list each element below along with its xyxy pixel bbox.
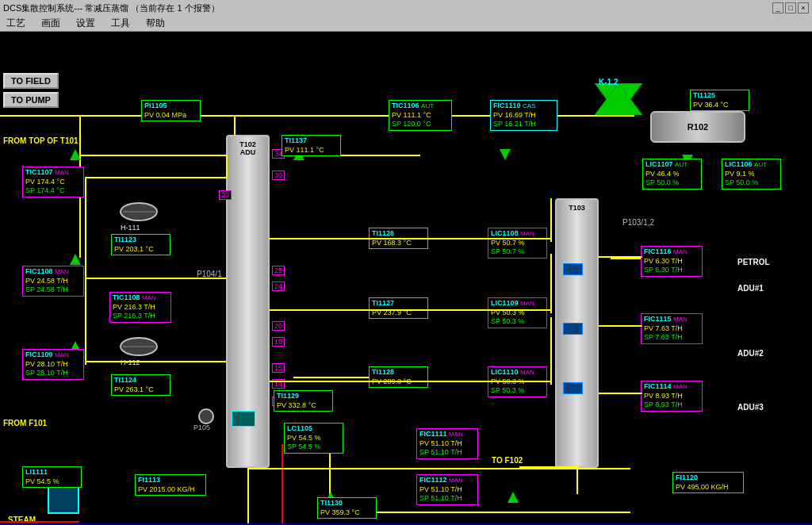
pipe-col-2 (270, 309, 551, 311)
fic1108-sp: SP 24.58 T/H (25, 285, 81, 295)
t102-vessel: T102ADU (226, 135, 270, 468)
process-canvas: TO FIELD TO PUMP FROM TOP OF T101 FROM F… (0, 32, 812, 523)
fic1111-sp: SP 51.10 T/H (419, 448, 475, 458)
pipe-mid-h4 (293, 377, 373, 378)
lic1109-id: LIC1109 (491, 299, 519, 307)
h112-label: H-112 (121, 358, 140, 366)
pipe-connect-6 (85, 278, 86, 365)
fic1108-instrument[interactable]: FIC1108 MAN PV 24.58 T/H SP 24.58 T/H (22, 266, 84, 297)
lic1107-pv: PV 46.4 % (645, 170, 699, 179)
svg-marker-8 (500, 149, 511, 160)
ti1125-instrument[interactable]: TI1125 PV 36.4 °C (690, 90, 749, 111)
tic1108-instrument[interactable]: TIC1108 MAN PV 216.3 T/H SP 216.3 T/H (109, 292, 171, 323)
lc1105-instrument[interactable]: LC1105 PV 54.5 % SP 54.5 % (284, 423, 343, 454)
li1111-pv: PV 54.5 % (25, 477, 79, 487)
fi1120-instrument[interactable]: FI1120 PV 495.00 KG/H (672, 472, 744, 493)
menu-settings[interactable]: 设置 (73, 17, 98, 30)
lic1106-pv: PV 9.1 % (725, 170, 778, 179)
lic1106-id: LIC1106 (725, 160, 753, 168)
fic1110-id: FIC1110 (493, 102, 521, 109)
pi1105-instrument[interactable]: PI1105 PV 0.04 MPa (141, 100, 201, 121)
ti1125-id: TI1125 (693, 91, 746, 101)
fic1111-instrument[interactable]: FIC1111 MAN PV 51.10 T/H SP 51.10 T/H (416, 428, 478, 459)
li1111-instrument[interactable]: LI1111 PV 54.5 % (22, 466, 82, 488)
ti1123-instrument[interactable]: TI1123 PV 203.1 °C (111, 234, 170, 255)
lic1108-sp: SP 50.7 % (491, 247, 544, 257)
window-title: DCS集散控制系统--- 常减压蒸馏 （当前存在 1 个报警） (3, 2, 220, 14)
to-field-button[interactable]: TO FIELD (3, 73, 59, 89)
lic1107-instrument[interactable]: LIC1107 AUT PV 46.4 % SP 50.0 % (642, 159, 702, 190)
tic1106-instrument[interactable]: TIC1106 AUT PV 111.1 °C SP 120.0 °C (389, 100, 452, 131)
ti1124-pv: PV 263.1 °C (114, 385, 167, 395)
lic1108-instrument[interactable]: LIC1108 MAN PV 50.7 % SP 50.7 % (488, 228, 547, 259)
tray-15: 15 (272, 363, 285, 373)
svg-marker-16 (508, 492, 519, 503)
maximize-button[interactable]: □ (785, 2, 796, 13)
fi1120-pv: PV 495.00 KG/H (676, 483, 741, 492)
ti1123-pv: PV 203.1 °C (114, 245, 167, 255)
pipe-r-product-1 (599, 256, 642, 258)
fic1114-sp: SP 8.93 T/H (644, 400, 699, 410)
petrol-label: PETROL (737, 258, 770, 266)
ti1130-instrument[interactable]: TI1130 PV 359.3 °C (317, 497, 377, 519)
valve-3 (500, 149, 511, 163)
menu-help[interactable]: 帮助 (143, 17, 168, 30)
t103-label: T103 (557, 204, 597, 212)
fic1114-id: FIC1114 (644, 382, 672, 390)
h111-symbol (119, 202, 159, 225)
fic1112-pv: PV 51.10 T/H (419, 485, 475, 495)
ti1126-id: TI1126 (372, 229, 425, 239)
pipe-connect-2 (226, 155, 228, 178)
fic1110-instrument[interactable]: FIC1110 CAS PV 16.69 T/H SP 16.21 T/H (490, 100, 557, 131)
fic1114-instrument[interactable]: FIC1114 MAN PV 8.93 T/H SP 8.93 T/H (641, 381, 703, 412)
menu-tools[interactable]: 工具 (108, 17, 133, 30)
fi1113-id: FI1113 (138, 476, 203, 485)
fi1113-instrument[interactable]: FI1113 PV 2015.00 KG/H (135, 474, 206, 496)
fic1108-id: FIC1108 (25, 267, 53, 275)
fic1112-instrument[interactable]: FIC1112 MAN PV 51.10 T/H SP 51.10 T/H (416, 474, 478, 505)
adu2-label: ADU#2 (737, 349, 764, 358)
tic1108-id: TIC1108 (113, 293, 140, 301)
menu-bar: 工艺 画面 设置 工具 帮助 (0, 16, 812, 32)
ti1137-instrument[interactable]: TI1137 PV 111.1 °C (282, 135, 341, 156)
tic1107-pv: PV 174.4 °C (25, 178, 81, 187)
lic1109-instrument[interactable]: LIC1109 MAN PV 50.3 % SP 50.3 % (488, 297, 547, 328)
pipe-t103-bot-h (519, 466, 579, 468)
from-f101-label: FROM F101 (3, 419, 47, 427)
ti1127-instrument[interactable]: TI1127 PV 237.9 °C (369, 297, 428, 319)
adu3-label: ADU#3 (737, 403, 764, 412)
ti1128-instrument[interactable]: TI1128 PV 289.3 °C (369, 366, 428, 388)
lic1106-instrument[interactable]: LIC1106 AUT PV 9.1 % SP 50.0 % (722, 159, 781, 190)
menu-screen[interactable]: 画面 (38, 17, 63, 30)
h112-symbol (119, 337, 159, 360)
fic1115-instrument[interactable]: FIC1115 MAN PV 7.63 T/H SP 7.63 T/H (641, 313, 703, 344)
fic1116-sp: SP 6.30 T/H (644, 266, 699, 275)
adu1-label: ADU#1 (737, 284, 764, 293)
ti1123-id: TI1123 (114, 236, 167, 245)
fic1109-instrument[interactable]: FIC1109 MAN PV 28.10 T/H SP 28.10 T/H (22, 349, 84, 380)
fic1109-sp: SP 28.10 T/H (25, 369, 81, 378)
pipe-t103-bot (576, 466, 578, 494)
pipe-r-product-3 (599, 393, 642, 394)
ti1129-instrument[interactable]: TI1129 PV 332.8 °C (274, 390, 333, 412)
ti1126-pv: PV 168.3 °C (372, 239, 425, 248)
pipe-col-v3 (550, 317, 552, 385)
r102-label: R102 (688, 122, 708, 132)
window-controls[interactable]: _ □ × (772, 2, 809, 13)
menu-process[interactable]: 工艺 (3, 17, 29, 30)
tic1107-instrument[interactable]: TIC1107 MAN PV 174.4 °C SP 174.4 °C (22, 167, 84, 197)
ti1124-instrument[interactable]: TI1124 PV 263.1 °C (111, 374, 170, 396)
svg-marker-9 (70, 254, 81, 265)
fic1116-instrument[interactable]: FIC1116 MAN PV 6.30 T/H SP 6.30 T/H (641, 246, 703, 277)
tray-29: 29 (219, 190, 232, 200)
minimize-button[interactable]: _ (772, 2, 783, 13)
pipe-col-v2 (550, 254, 552, 313)
p103-label: P103/1,2 (622, 218, 654, 227)
tic1107-sp: SP 174.4 °C (25, 186, 81, 196)
to-pump-button[interactable]: TO PUMP (3, 92, 59, 108)
close-button[interactable]: × (798, 2, 809, 13)
lic1108-pv: PV 50.7 % (491, 239, 544, 248)
ti1127-id: TI1127 (372, 299, 425, 308)
title-bar: DCS集散控制系统--- 常减压蒸馏 （当前存在 1 个报警） _ □ × (0, 0, 812, 16)
lic1110-id: LIC1110 (491, 368, 519, 376)
